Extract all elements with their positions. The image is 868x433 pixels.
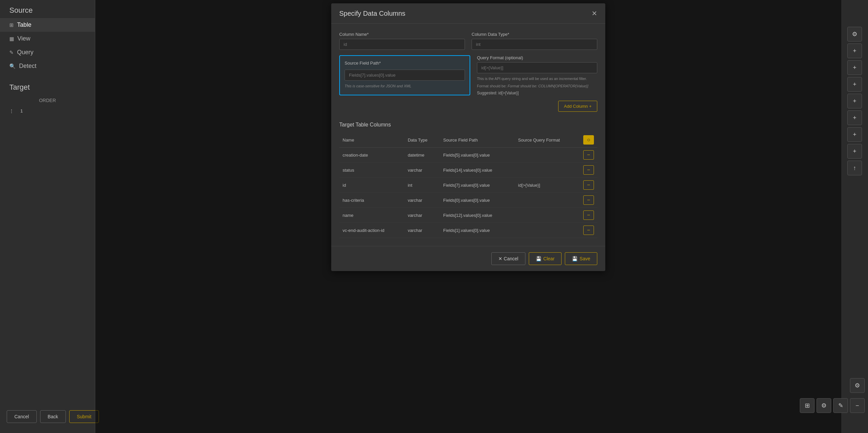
modal-clear-button[interactable]: 💾 Clear	[529, 252, 561, 265]
row-type: varchar	[404, 208, 440, 223]
sidebar-item-table-label: Table	[17, 22, 31, 28]
modal-close-button[interactable]: ✕	[592, 9, 597, 18]
row-remove-btn[interactable]: −	[583, 210, 594, 220]
sidebar-item-query[interactable]: ✎ Query	[0, 46, 95, 59]
source-field-hint: This is case-sensitive for JSON and XML	[345, 84, 465, 88]
column-name-label: Column Name*	[339, 32, 465, 37]
back-button[interactable]: Back	[40, 410, 66, 423]
modal-overlay: Specify Data Columns ✕ Column Name* Colu…	[95, 0, 841, 433]
query-suggested: Suggested: id[>{Value}]	[477, 91, 597, 95]
rt-add-btn-6[interactable]: +	[847, 127, 862, 142]
column-data-type-group: Column Data Type*	[472, 32, 597, 50]
table-row: has-criteria varchar Fields[0].values[0]…	[339, 193, 597, 208]
rt-settings-btn-bottom[interactable]: ⚙	[850, 378, 865, 393]
add-column-button[interactable]: Add Column +	[558, 101, 597, 112]
rt-settings-btn2[interactable]: ⚙	[816, 398, 831, 413]
row-name: vc-end-audit-action-id	[339, 223, 404, 238]
query-format-input[interactable]	[477, 62, 597, 73]
row-type: varchar	[404, 163, 440, 178]
column-name-group: Column Name*	[339, 32, 465, 50]
order-value: 1	[21, 108, 23, 113]
query-format-group: Query Format (optional) This is the API …	[477, 55, 597, 95]
table-row: creation-date datetime Fields[5].values[…	[339, 148, 597, 163]
query-format-hint1: This is the API query string and will be…	[477, 77, 597, 81]
sidebar-bottom-buttons: Cancel Back Submit	[7, 410, 99, 423]
sidebar-item-detect[interactable]: 🔍 Detect	[0, 59, 95, 73]
row-path: Fields[14].values[0].value	[440, 163, 515, 178]
submit-button[interactable]: Submit	[69, 410, 99, 423]
row-name: creation-date	[339, 148, 404, 163]
detect-icon: 🔍	[9, 63, 16, 69]
row-path: Fields[0].values[0].value	[440, 193, 515, 208]
modal-cancel-button[interactable]: ✕ Cancel	[491, 252, 525, 265]
clear-label: Clear	[544, 256, 555, 261]
first-row-action-button[interactable]: ○	[583, 135, 594, 145]
target-section-label: Target	[0, 73, 95, 95]
row-name: has-criteria	[339, 193, 404, 208]
form-row-1: Column Name* Column Data Type*	[339, 32, 597, 50]
rt-add-btn-1[interactable]: +	[847, 44, 862, 58]
column-data-type-label: Column Data Type*	[472, 32, 597, 37]
col-header-type: Data Type	[404, 133, 440, 148]
modal-title: Specify Data Columns	[339, 10, 405, 18]
row-query	[515, 148, 580, 163]
query-icon: ✎	[9, 50, 14, 56]
sidebar-item-view-label: View	[18, 35, 30, 42]
col-header-name: Name	[339, 133, 404, 148]
row-query	[515, 193, 580, 208]
row-type: varchar	[404, 193, 440, 208]
rt-edit-btn[interactable]: ✎	[833, 398, 848, 413]
query-format-hint2-em: Format should be: COLUMN[OPERATOR{Value}…	[508, 84, 588, 88]
sidebar-item-detect-label: Detect	[19, 63, 36, 69]
rt-settings-btn[interactable]: ⚙	[847, 27, 862, 41]
column-data-type-input[interactable]	[472, 39, 597, 50]
sidebar-item-view[interactable]: ▦ View	[0, 32, 95, 46]
modal: Specify Data Columns ✕ Column Name* Colu…	[331, 3, 605, 271]
table-row: vc-end-audit-action-id varchar Fields[1]…	[339, 223, 597, 238]
order-drag-icon: ⋮	[9, 108, 14, 113]
source-field-group: Source Field Path* This is case-sensitiv…	[339, 55, 470, 95]
modal-body: Column Name* Column Data Type* Source Fi…	[331, 24, 605, 246]
row-path: Fields[5].values[0].value	[440, 148, 515, 163]
row-query	[515, 208, 580, 223]
rt-collapse-btn[interactable]: ↑	[847, 161, 862, 175]
row-remove-btn[interactable]: −	[583, 180, 594, 190]
row-remove-btn[interactable]: −	[583, 195, 594, 205]
query-format-hint2: Format should be: Format should be: COLU…	[477, 84, 597, 88]
source-field-label: Source Field Path*	[345, 61, 465, 65]
modal-save-button[interactable]: 💾 Save	[565, 252, 597, 265]
row-remove-btn[interactable]: −	[583, 150, 594, 160]
row-query	[515, 163, 580, 178]
floppy-icon: 💾	[536, 256, 541, 261]
cancel-button[interactable]: Cancel	[7, 410, 37, 423]
rt-grid-btn[interactable]: ⊞	[800, 398, 814, 413]
right-toolbar-bottom2: ⊞ ⚙ ✎ −	[800, 398, 865, 413]
row-remove-btn[interactable]: −	[583, 165, 594, 175]
rt-add-btn-4[interactable]: +	[847, 94, 862, 108]
table-row: id int Fields[7].values[0].value id[>{Va…	[339, 178, 597, 193]
source-section-label: Source	[0, 0, 95, 18]
table-row: status varchar Fields[14].values[0].valu…	[339, 163, 597, 178]
row-path: Fields[7].values[0].value	[440, 178, 515, 193]
row-query: id[>{Value}]	[515, 178, 580, 193]
right-toolbar: ⚙ + + + + + + + ↑	[841, 0, 868, 433]
col-header-query: Source Query Format	[515, 133, 580, 148]
rt-add-btn-5[interactable]: +	[847, 110, 862, 125]
rt-add-btn-3[interactable]: +	[847, 77, 862, 92]
save-floppy-icon: 💾	[572, 256, 578, 261]
row-path: Fields[12].values[0].value	[440, 208, 515, 223]
save-label: Save	[580, 256, 590, 261]
row-query	[515, 223, 580, 238]
table-icon: ⊞	[9, 22, 14, 28]
rt-add-btn-7[interactable]: +	[847, 144, 862, 158]
sidebar-item-table[interactable]: ⊞ Table	[0, 18, 95, 32]
row-path: Fields[1].values[0].value	[440, 223, 515, 238]
row-name: status	[339, 163, 404, 178]
row-remove-btn[interactable]: −	[583, 226, 594, 235]
rt-minus-btn[interactable]: −	[850, 398, 865, 413]
sidebar: Source ⊞ Table ▦ View ✎ Query 🔍 Detect T…	[0, 0, 95, 433]
modal-header: Specify Data Columns ✕	[331, 3, 605, 24]
column-name-input[interactable]	[339, 39, 465, 50]
source-field-input[interactable]	[345, 69, 465, 81]
rt-add-btn-2[interactable]: +	[847, 60, 862, 75]
